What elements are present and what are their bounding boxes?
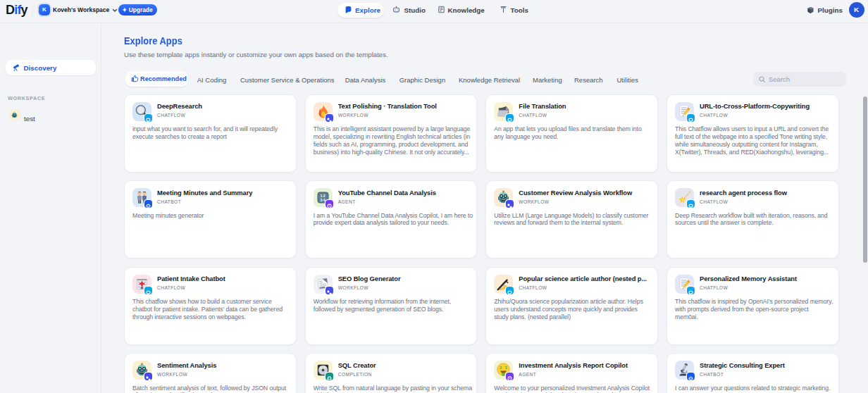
svg-text:$: $ bbox=[505, 366, 507, 370]
svg-text:12: 12 bbox=[320, 194, 326, 198]
svg-text:$: $ bbox=[500, 366, 502, 370]
